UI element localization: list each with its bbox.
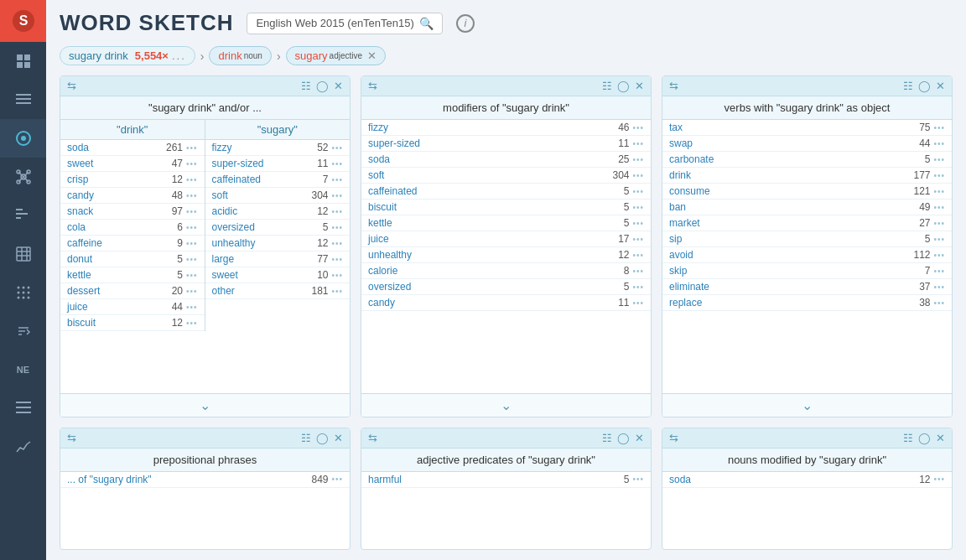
svg-rect-22 — [16, 217, 21, 219]
logo[interactable]: S — [0, 0, 46, 42]
list-item[interactable]: oversized5••• — [361, 279, 651, 295]
close-icon[interactable]: ✕ — [936, 432, 945, 444]
list-item[interactable]: avoid112••• — [662, 247, 952, 263]
crumb-drink[interactable]: drinknoun — [209, 46, 271, 65]
sidebar-item-list3[interactable] — [0, 389, 46, 428]
crumb-pos-drink: noun — [244, 51, 262, 60]
crumb-close[interactable]: ✕ — [367, 49, 377, 62]
list-item[interactable]: other181••• — [205, 283, 351, 299]
query-more[interactable]: ... — [172, 49, 186, 62]
list-item[interactable]: swap44••• — [662, 136, 952, 152]
list-item[interactable]: super-sized11••• — [205, 156, 351, 172]
list-item[interactable]: super-sized11••• — [361, 136, 651, 152]
sidebar-item-grid[interactable] — [0, 42, 46, 80]
list-item[interactable]: acidic12••• — [205, 204, 351, 220]
list-item[interactable]: unhealthy12••• — [361, 247, 651, 263]
list-item[interactable]: caffeinated5••• — [361, 184, 651, 200]
close-icon[interactable]: ✕ — [635, 432, 644, 444]
card-modifiers-more[interactable]: ⌄ — [361, 393, 651, 417]
sidebar-item-trend[interactable] — [0, 428, 46, 466]
list-item[interactable]: fizzy46••• — [361, 120, 651, 136]
svg-point-32 — [22, 292, 24, 294]
filter-icon[interactable]: ◯ — [617, 80, 630, 92]
card-verbs-object: ⇆ ☷ ◯ ✕ verbs with "sugary drink" as obj… — [662, 75, 953, 417]
list-item[interactable]: soft304••• — [361, 168, 651, 184]
close-icon[interactable]: ✕ — [635, 80, 644, 92]
list-item[interactable]: caffeine9••• — [60, 236, 205, 251]
list-item[interactable]: calorie8••• — [361, 263, 651, 279]
list-item[interactable]: crisp12••• — [60, 172, 205, 188]
list-item[interactable]: sip5••• — [662, 231, 952, 247]
list-item[interactable]: kettle5••• — [361, 215, 651, 231]
filter-icon[interactable]: ◯ — [316, 80, 329, 92]
swap-icon[interactable]: ⇆ — [368, 432, 377, 444]
list-item[interactable]: soda25••• — [361, 152, 651, 168]
list-item[interactable]: cola6••• — [60, 220, 205, 236]
sidebar-item-ne[interactable]: NE — [0, 350, 46, 389]
list-item[interactable]: oversized5••• — [205, 220, 351, 236]
list-item[interactable]: biscuit5••• — [361, 200, 651, 215]
sidebar-item-dotgrid[interactable] — [0, 273, 46, 312]
list-item[interactable]: soda12••• — [662, 472, 952, 488]
swap-icon[interactable]: ⇆ — [368, 80, 377, 92]
list-item[interactable]: eliminate37••• — [662, 279, 952, 295]
list-item[interactable]: drink177••• — [662, 168, 952, 184]
sidebar-item-lines[interactable] — [0, 196, 46, 235]
list-item[interactable]: replace38••• — [662, 295, 952, 311]
grid-icon[interactable]: ☷ — [301, 80, 311, 92]
list-item[interactable]: ban49••• — [662, 200, 952, 215]
list-item[interactable]: skip7••• — [662, 263, 952, 279]
swap-icon[interactable]: ⇆ — [669, 432, 678, 444]
grid-icon[interactable]: ☷ — [903, 80, 913, 92]
list-item[interactable]: sweet47••• — [60, 156, 205, 172]
search-icon: 🔍 — [419, 17, 434, 30]
close-icon[interactable]: ✕ — [334, 80, 343, 92]
list-item[interactable]: donut5••• — [60, 251, 205, 267]
close-icon[interactable]: ✕ — [334, 432, 343, 444]
main-query-pill[interactable]: sugary drink 5,554× ... — [60, 46, 195, 65]
card-verbs-more[interactable]: ⌄ — [662, 393, 952, 417]
grid-icon[interactable]: ☷ — [602, 80, 612, 92]
swap-icon[interactable]: ⇆ — [67, 432, 76, 444]
crumb-sugary[interactable]: sugaryadjective ✕ — [286, 46, 387, 65]
close-icon[interactable]: ✕ — [936, 80, 945, 92]
grid-icon[interactable]: ☷ — [903, 432, 913, 444]
list-item[interactable]: biscuit12••• — [60, 315, 205, 331]
list-item[interactable]: consume121••• — [662, 184, 952, 200]
list-item[interactable]: soda261••• — [60, 140, 205, 156]
list-item[interactable]: juice44••• — [60, 299, 205, 315]
list-item[interactable]: large77••• — [205, 251, 351, 267]
list-item[interactable]: unhealthy12••• — [205, 236, 351, 251]
list-item[interactable]: market27••• — [662, 215, 952, 231]
filter-icon[interactable]: ◯ — [918, 80, 931, 92]
list-item[interactable]: sweet10••• — [205, 267, 351, 283]
list-item[interactable]: fizzy52••• — [205, 140, 351, 156]
list-item[interactable]: ... of "sugary drink"849••• — [60, 472, 350, 488]
list-item[interactable]: kettle5••• — [60, 267, 205, 283]
sidebar-item-nodes[interactable] — [0, 158, 46, 196]
list-item[interactable]: caffeinated7••• — [205, 172, 351, 188]
filter-icon[interactable]: ◯ — [316, 432, 329, 444]
list-item[interactable]: carbonate5••• — [662, 152, 952, 168]
corpus-selector[interactable]: English Web 2015 (enTenTen15) 🔍 — [247, 13, 442, 34]
swap-icon[interactable]: ⇆ — [67, 80, 76, 92]
sidebar-item-list[interactable] — [0, 80, 46, 119]
filter-icon[interactable]: ◯ — [617, 432, 630, 444]
list-item[interactable]: soft304••• — [205, 188, 351, 204]
sidebar-item-table[interactable] — [0, 235, 46, 273]
list-item[interactable]: harmful5••• — [361, 472, 651, 488]
sidebar-item-sort[interactable] — [0, 312, 46, 350]
filter-icon[interactable]: ◯ — [918, 432, 931, 444]
list-item[interactable]: snack97••• — [60, 204, 205, 220]
sidebar-item-circle[interactable] — [0, 119, 46, 158]
card-and-or-more[interactable]: ⌄ — [60, 393, 350, 417]
list-item[interactable]: candy11••• — [361, 295, 651, 311]
list-item[interactable]: dessert20••• — [60, 283, 205, 299]
list-item[interactable]: candy48••• — [60, 188, 205, 204]
info-icon[interactable]: i — [456, 14, 475, 33]
swap-icon[interactable]: ⇆ — [669, 80, 678, 92]
list-item[interactable]: juice17••• — [361, 231, 651, 247]
grid-icon[interactable]: ☷ — [602, 432, 612, 444]
list-item[interactable]: tax75••• — [662, 120, 952, 136]
grid-icon[interactable]: ☷ — [301, 432, 311, 444]
